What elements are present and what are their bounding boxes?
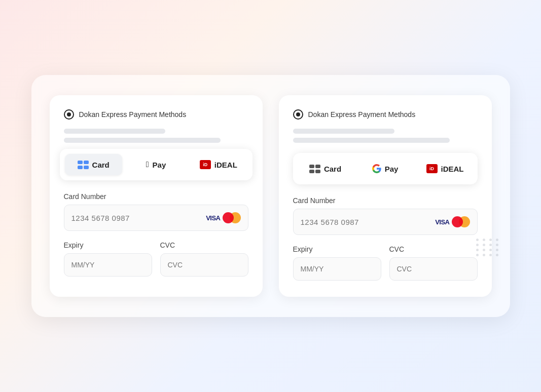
tab-card-right[interactable]: Card [298,158,353,179]
cvc-input-right[interactable] [389,257,478,281]
expiry-input-left[interactable] [64,253,152,277]
cvc-label-right: CVC [389,245,478,253]
card-number-field-right: VISA [293,209,478,235]
tab-card-label-right: Card [324,165,341,173]
skeleton-line-3 [293,129,394,134]
card-logos-left: VISA [206,212,240,223]
ideal-icon-left: iD [200,160,211,169]
svg-rect-4 [309,165,314,168]
mastercard-logo-left [223,212,241,223]
tab-card-label-left: Card [92,161,110,169]
svg-rect-5 [315,165,320,168]
radio-selected-left [64,109,74,120]
tab-applepay-left[interactable]:  Pay [127,154,185,175]
card-number-field-left: VISA [64,205,248,231]
skeleton-line-2 [64,138,221,143]
cvc-label-left: CVC [160,241,248,249]
cvc-group-left: CVC [160,241,248,277]
svg-rect-2 [78,166,83,169]
google-icon-right [372,164,381,173]
card-logos-right: VISA [435,216,470,227]
apple-icon-left:  [146,160,149,169]
ideal-icon-right: iD [426,164,438,173]
expiry-group-right: Expiry [293,245,381,281]
card-grid-icon-right [309,165,320,173]
panel-header-left: Dokan Express Payment Methods [64,109,248,120]
payment-panel-left: Dokan Express Payment Methods Card [50,95,263,297]
tab-googlepay-label-right: Pay [385,165,399,173]
card-number-input-right[interactable] [301,218,436,226]
card-number-input-left[interactable] [71,214,206,222]
visa-logo-left: VISA [206,214,220,222]
cvc-group-right: CVC [389,245,478,281]
card-number-label-right: Card Number [293,197,478,205]
card-grid-icon-left [78,161,89,169]
radio-selected-right [293,109,303,120]
skeleton-left [64,129,248,143]
tab-ideal-label-right: iDEAL [441,165,464,173]
tab-googlepay-right[interactable]: Pay [358,158,413,179]
tab-card-left[interactable]: Card [65,154,122,175]
expiry-label-left: Expiry [64,241,152,249]
skeleton-line-1 [64,129,165,134]
svg-rect-1 [84,161,89,164]
method-tabs-left: Card  Pay iD iDEAL [60,149,253,180]
skeleton-line-4 [293,138,450,143]
svg-rect-3 [84,166,89,169]
svg-rect-6 [309,170,314,173]
expiry-label-right: Expiry [293,245,381,253]
svg-rect-0 [78,161,83,164]
expiry-cvc-row-right: Expiry CVC [293,245,478,281]
svg-rect-7 [315,170,320,173]
panel-title-right: Dokan Express Payment Methods [308,110,416,119]
tab-applepay-label-left: Pay [153,161,166,169]
payment-panel-right: Dokan Express Payment Methods Card [279,95,492,297]
tab-ideal-right[interactable]: iD iDEAL [418,158,473,179]
panel-title-left: Dokan Express Payment Methods [79,110,187,119]
outer-container: Dokan Express Payment Methods Card [31,75,510,317]
visa-logo-right: VISA [435,218,449,226]
expiry-group-left: Expiry [64,241,152,277]
method-tabs-right: Card Pay iD iDEAL [293,153,478,184]
skeleton-right [293,129,478,143]
panel-header-right: Dokan Express Payment Methods [293,109,478,120]
decorative-dots [476,239,500,256]
tab-ideal-label-left: iDEAL [214,161,237,169]
expiry-input-right[interactable] [293,257,381,281]
cvc-input-left[interactable] [160,253,248,277]
card-number-label-left: Card Number [64,192,248,201]
expiry-cvc-row-left: Expiry CVC [64,241,248,277]
mastercard-logo-right [452,216,470,227]
tab-ideal-left[interactable]: iD iDEAL [190,154,247,175]
